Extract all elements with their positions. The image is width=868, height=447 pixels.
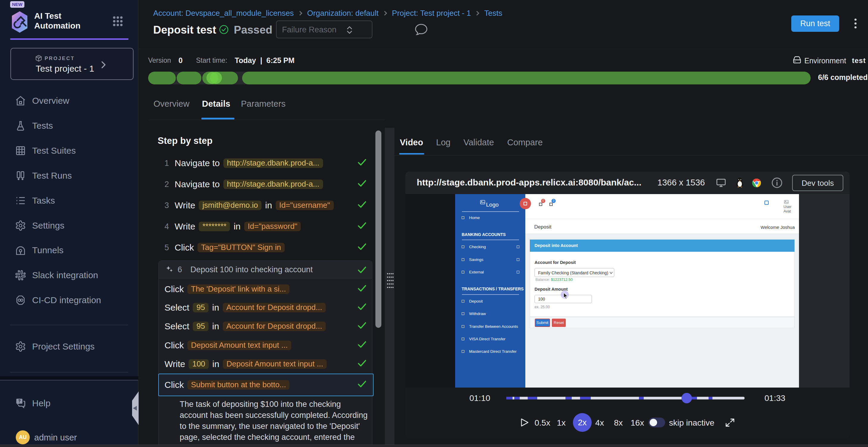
svg-text:?: ? bbox=[18, 399, 21, 403]
